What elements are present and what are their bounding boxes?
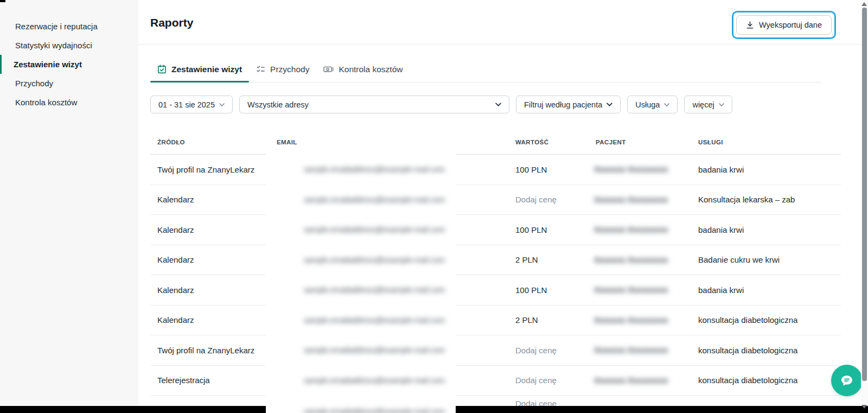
sidebar-item-label: Rezerwacje i reputacja [15, 22, 98, 31]
cell-services: konsultacja diabetologiczna [693, 366, 841, 396]
sidebar-item-przychody[interactable]: Przychody [0, 74, 138, 93]
export-data-button[interactable]: Wyeksportuj dane [736, 15, 832, 35]
cell-services: Badanie cukru we krwi [693, 245, 841, 275]
cell-patient: Xxxxxxx Xxxxxxxxx [590, 306, 693, 335]
window-scrollbar-down-arrow[interactable] [861, 405, 867, 409]
blurred-patient-name: Xxxxxxx Xxxxxxxxx [588, 309, 684, 332]
table-row[interactable]: Kalendarz sample.emailaddress@example-ma… [150, 185, 841, 215]
cell-source: Twój profil na ZnanyLekarz [150, 155, 266, 185]
address-filter-select[interactable]: Wszystkie adresy [239, 96, 509, 113]
cell-services: Konsultacja lekarska – zab [693, 185, 841, 215]
cell-source: Kalendarz [150, 275, 266, 305]
more-filters-button[interactable]: więcej [684, 96, 732, 113]
add-price-link[interactable]: Dodaj cenę [508, 185, 590, 215]
blurred-patient-name: Xxxxxxx Xxxxxxxxx [588, 218, 684, 241]
blurred-patient-name: Xxxxxxx Xxxxxxxxx [588, 249, 684, 271]
more-filters-label: więcej [692, 100, 714, 109]
cell-email: sample.emailaddress@example-mail.com [266, 215, 508, 245]
chevron-down-icon [219, 103, 225, 106]
cell-services: konsultacja diabetologiczna [693, 306, 841, 335]
blurred-email: sample.emailaddress@example-mail.com [266, 272, 456, 307]
blurred-patient-name: Xxxxxxx Xxxxxxxxx [588, 158, 684, 181]
cell-email: sample.emailaddress@example-mail.com [266, 335, 508, 365]
tab-przychody[interactable]: Przychody [249, 56, 316, 82]
sidebar-item-label: Przychody [15, 79, 53, 88]
address-filter-value: Wszystkie adresy [247, 100, 309, 109]
export-button-label: Wyeksportuj dane [759, 21, 822, 29]
cell-patient: Xxxxxxx Xxxxxxxxx [590, 155, 693, 185]
sidebar-item-rezerwacje-i-reputacja[interactable]: Rezerwacje i reputacja [0, 17, 138, 36]
chevron-down-icon [719, 103, 724, 106]
cell-value: 100 PLN [508, 155, 590, 185]
column-header-uslugi: USŁUGI [693, 139, 841, 145]
blurred-email: sample.emailaddress@example-mail.com [266, 392, 456, 413]
chat-launcher-button[interactable] [831, 365, 863, 396]
blurred-email: sample.emailaddress@example-mail.com [266, 333, 456, 367]
column-header-email: EMAIL [266, 139, 508, 145]
blurred-email: sample.emailaddress@example-mail.com [266, 152, 456, 187]
window-scrollbar-thumb[interactable] [862, 8, 867, 381]
sidebar-item-label: Zestawienie wizyt [14, 60, 82, 69]
sidebar: Rezerwacje i reputacja Statystyki wydajn… [0, 0, 138, 406]
table-row[interactable]: Kalendarz sample.emailaddress@example-ma… [150, 215, 841, 245]
add-price-link[interactable]: Dodaj cenę [508, 366, 590, 396]
service-filter-label: Usługa [635, 100, 660, 109]
cell-services: badania krwi [693, 275, 841, 305]
cell-email: sample.emailaddress@example-mail.com [266, 366, 508, 396]
header-divider [138, 44, 861, 45]
cell-patient: Xxxxxxx Xxxxxxxxx [590, 185, 693, 215]
cell-patient: Xxxxxxx Xxxxxxxxx [590, 215, 693, 245]
blurred-email: sample.emailaddress@example-mail.com [266, 182, 456, 217]
window-scrollbar-up-arrow[interactable] [861, 2, 867, 6]
date-range-label: 01 - 31 sie 2025 [158, 100, 215, 109]
table-row[interactable]: Kalendarz sample.emailaddress@example-ma… [150, 306, 841, 336]
blurred-patient-name: Xxxxxxx Xxxxxxxxx [588, 188, 684, 211]
cell-value: 2 PLN [508, 306, 590, 335]
table-row[interactable]: Kalendarz sample.emailaddress@example-ma… [150, 245, 841, 276]
service-filter[interactable]: Usługa [627, 96, 678, 113]
blurred-patient-name: Xxxxxxx Xxxxxxxxx [588, 339, 684, 361]
column-header-zrodlo: ŹRÓDŁO [150, 139, 266, 145]
filters-row: 01 - 31 sie 2025 Wszystkie adresy Filtru… [150, 96, 732, 113]
cell-value: 2 PLN [508, 245, 590, 275]
blurred-patient-name: Xxxxxxx Xxxxxxxxx [588, 278, 684, 301]
table-row[interactable]: Telerejestracja sample.emailaddress@exam… [150, 366, 841, 396]
date-range-filter[interactable]: 01 - 31 sie 2025 [150, 96, 233, 113]
cell-email: sample.emailaddress@example-mail.com [266, 275, 508, 305]
cell-source: Twój profil na ZnanyLekarz [150, 335, 266, 365]
table-row[interactable]: Twój profil na ZnanyLekarz sample.emaila… [150, 335, 841, 366]
sidebar-item-statystyki-wydajnosci[interactable]: Statystyki wydajności [0, 36, 138, 55]
tab-label: Zestawienie wizyt [171, 65, 242, 74]
chevron-down-icon [664, 103, 669, 106]
sidebar-item-label: Statystyki wydajności [15, 41, 92, 50]
cell-source: Kalendarz [150, 306, 266, 335]
chat-bubble-icon [839, 373, 854, 388]
visits-table: ŹRÓDŁO EMAIL WARTOŚĆ PACJENT USŁUGI Twój… [150, 130, 841, 413]
patient-filter[interactable]: Filtruj według pacjenta [516, 96, 621, 113]
download-icon [746, 21, 754, 29]
sidebar-item-zestawienie-wizyt[interactable]: Zestawienie wizyt [0, 55, 138, 74]
chevron-down-icon [607, 103, 612, 106]
sidebar-item-kontrola-kosztow[interactable]: Kontrola kosztów [0, 93, 138, 112]
patient-filter-label: Filtruj według pacjenta [524, 100, 602, 109]
cell-source: Telerejestracja [150, 366, 266, 396]
table-header-row: ŹRÓDŁO EMAIL WARTOŚĆ PACJENT USŁUGI [150, 130, 841, 155]
cell-email: sample.emailaddress@example-mail.com [266, 245, 508, 275]
tab-kontrola-kosztow[interactable]: Kontrola kosztów [316, 56, 410, 82]
add-price-link[interactable]: Dodaj cenę [508, 335, 590, 365]
cell-source: Kalendarz [150, 185, 266, 215]
cell-email: sample.emailaddress@example-mail.com [266, 185, 508, 215]
cell-email: sample.emailaddress@example-mail.com [266, 306, 508, 335]
sidebar-item-label: Kontrola kosztów [15, 98, 77, 107]
tab-label: Kontrola kosztów [339, 65, 403, 74]
cell-source: Kalendarz [150, 245, 266, 275]
tab-zestawienie-wizyt[interactable]: Zestawienie wizyt [150, 56, 249, 82]
chevron-down-icon [495, 103, 501, 106]
cell-services: konsultacja diabetologiczna [693, 335, 841, 365]
table-row[interactable]: Twój profil na ZnanyLekarz sample.emaila… [150, 155, 841, 185]
cell-value: 100 PLN [508, 215, 590, 245]
table-row[interactable]: Kalendarz sample.emailaddress@example-ma… [150, 275, 841, 306]
tab-label: Przychody [270, 65, 309, 74]
cell-patient: Xxxxxxx Xxxxxxxxx [590, 366, 693, 396]
cell-value: 100 PLN [508, 275, 590, 305]
